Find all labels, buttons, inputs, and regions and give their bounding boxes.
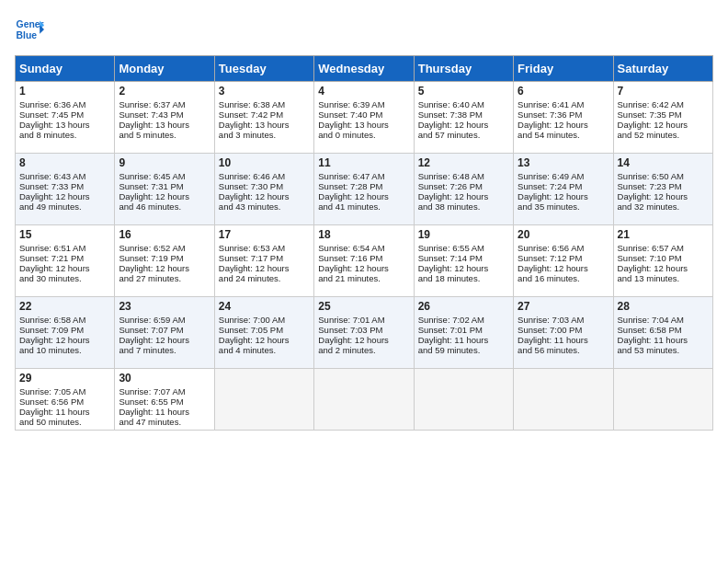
day-number: 3: [219, 85, 310, 98]
day-info-line: Sunrise: 6:46 AM: [219, 171, 310, 181]
day-info-line: Daylight: 11 hours: [518, 335, 609, 345]
calendar-cell: [314, 369, 414, 431]
day-number: 27: [518, 300, 609, 313]
day-info-line: Sunrise: 7:01 AM: [318, 315, 409, 325]
day-info-line: Sunrise: 6:50 AM: [618, 171, 709, 181]
calendar-cell: 15Sunrise: 6:51 AMSunset: 7:21 PMDayligh…: [16, 225, 115, 297]
day-info-line: and 27 minutes.: [119, 273, 210, 283]
day-number: 1: [19, 85, 110, 98]
day-info-line: Daylight: 12 hours: [318, 191, 409, 201]
day-info-line: Sunset: 7:40 PM: [318, 109, 409, 120]
day-info-line: and 8 minutes.: [19, 130, 110, 140]
day-info-line: and 21 minutes.: [318, 273, 409, 283]
day-info-line: Sunrise: 7:05 AM: [19, 386, 110, 396]
day-info-line: Sunset: 7:30 PM: [219, 181, 310, 191]
day-info-line: Daylight: 12 hours: [318, 263, 409, 273]
day-header-tuesday: Tuesday: [214, 56, 313, 82]
calendar-cell: 29Sunrise: 7:05 AMSunset: 6:56 PMDayligh…: [16, 369, 115, 431]
day-info-line: Sunset: 7:21 PM: [19, 253, 110, 263]
day-info-line: and 0 minutes.: [318, 130, 409, 140]
calendar-cell: 17Sunrise: 6:53 AMSunset: 7:17 PMDayligh…: [214, 225, 313, 297]
calendar-cell: 26Sunrise: 7:02 AMSunset: 7:01 PMDayligh…: [414, 297, 513, 369]
day-info-line: Sunset: 7:28 PM: [318, 181, 409, 191]
day-info-line: Daylight: 12 hours: [518, 263, 609, 273]
calendar-cell: 10Sunrise: 6:46 AMSunset: 7:30 PMDayligh…: [214, 154, 313, 225]
day-info-line: Daylight: 12 hours: [618, 191, 709, 201]
calendar-cell: [514, 369, 613, 431]
day-info-line: and 4 minutes.: [219, 345, 310, 355]
calendar-cell: 28Sunrise: 7:04 AMSunset: 6:58 PMDayligh…: [613, 297, 712, 369]
day-info-line: Daylight: 12 hours: [518, 120, 609, 130]
calendar-cell: 8Sunrise: 6:43 AMSunset: 7:33 PMDaylight…: [16, 154, 115, 225]
day-number: 26: [418, 300, 509, 313]
day-info-line: Daylight: 12 hours: [618, 263, 709, 273]
day-number: 18: [318, 228, 409, 241]
day-info-line: and 56 minutes.: [518, 345, 609, 355]
calendar-cell: 30Sunrise: 7:07 AMSunset: 6:55 PMDayligh…: [115, 369, 214, 431]
calendar-cell: 4Sunrise: 6:39 AMSunset: 7:40 PMDaylight…: [314, 82, 414, 154]
day-info-line: and 24 minutes.: [219, 273, 310, 283]
day-info-line: and 49 minutes.: [19, 201, 110, 212]
day-info-line: Sunrise: 6:42 AM: [618, 99, 709, 109]
day-number: 20: [518, 228, 609, 241]
header-row: SundayMondayTuesdayWednesdayThursdayFrid…: [16, 56, 713, 82]
day-info-line: Sunset: 7:09 PM: [19, 325, 110, 335]
day-info-line: Sunset: 7:36 PM: [518, 109, 609, 120]
day-info-line: Sunrise: 6:53 AM: [219, 243, 310, 253]
calendar-cell: 12Sunrise: 6:48 AMSunset: 7:26 PMDayligh…: [414, 154, 513, 225]
day-info-line: Sunset: 7:10 PM: [618, 253, 709, 263]
day-number: 29: [19, 372, 110, 385]
day-header-thursday: Thursday: [414, 56, 513, 82]
day-info-line: Sunrise: 6:51 AM: [19, 243, 110, 253]
day-info-line: Sunrise: 7:03 AM: [518, 315, 609, 325]
day-number: 4: [318, 85, 409, 98]
day-header-wednesday: Wednesday: [314, 56, 414, 82]
day-info-line: and 3 minutes.: [219, 130, 310, 140]
calendar-cell: 25Sunrise: 7:01 AMSunset: 7:03 PMDayligh…: [314, 297, 414, 369]
day-info-line: and 52 minutes.: [618, 130, 709, 140]
day-info-line: Daylight: 13 hours: [19, 120, 110, 130]
day-info-line: Sunrise: 7:04 AM: [618, 315, 709, 325]
header: General Blue: [15, 15, 713, 44]
day-info-line: and 5 minutes.: [119, 130, 210, 140]
day-number: 22: [19, 300, 110, 313]
day-info-line: Sunset: 7:01 PM: [418, 325, 509, 335]
calendar-cell: 24Sunrise: 7:00 AMSunset: 7:05 PMDayligh…: [214, 297, 313, 369]
calendar-cell: 7Sunrise: 6:42 AMSunset: 7:35 PMDaylight…: [613, 82, 712, 154]
day-info-line: and 30 minutes.: [19, 273, 110, 283]
day-info-line: Daylight: 12 hours: [19, 263, 110, 273]
day-info-line: Sunrise: 6:41 AM: [518, 99, 609, 109]
day-info-line: and 13 minutes.: [618, 273, 709, 283]
day-header-friday: Friday: [514, 56, 613, 82]
day-info-line: Daylight: 11 hours: [19, 407, 110, 417]
day-info-line: Sunset: 7:26 PM: [418, 181, 509, 191]
day-number: 21: [618, 228, 709, 241]
calendar-cell: 23Sunrise: 6:59 AMSunset: 7:07 PMDayligh…: [115, 297, 214, 369]
day-info-line: Sunset: 7:33 PM: [19, 181, 110, 191]
logo: General Blue: [15, 15, 44, 44]
day-info-line: Sunset: 7:17 PM: [219, 253, 310, 263]
day-number: 8: [19, 156, 110, 169]
calendar-table: SundayMondayTuesdayWednesdayThursdayFrid…: [15, 55, 713, 431]
day-info-line: and 35 minutes.: [518, 201, 609, 212]
day-number: 17: [219, 228, 310, 241]
day-info-line: Sunset: 7:05 PM: [219, 325, 310, 335]
day-info-line: Daylight: 11 hours: [418, 335, 509, 345]
calendar-cell: 18Sunrise: 6:54 AMSunset: 7:16 PMDayligh…: [314, 225, 414, 297]
calendar-cell: 5Sunrise: 6:40 AMSunset: 7:38 PMDaylight…: [414, 82, 513, 154]
day-info-line: Sunset: 7:07 PM: [119, 325, 210, 335]
day-info-line: Sunrise: 6:45 AM: [119, 171, 210, 181]
day-info-line: Daylight: 13 hours: [219, 120, 310, 130]
day-info-line: Sunset: 7:00 PM: [518, 325, 609, 335]
day-number: 24: [219, 300, 310, 313]
day-info-line: Sunset: 7:31 PM: [119, 181, 210, 191]
calendar-cell: [613, 369, 712, 431]
day-number: 19: [418, 228, 509, 241]
day-info-line: Sunset: 7:38 PM: [418, 109, 509, 120]
day-info-line: and 38 minutes.: [418, 201, 509, 212]
day-info-line: Sunrise: 7:00 AM: [219, 315, 310, 325]
calendar-cell: 14Sunrise: 6:50 AMSunset: 7:23 PMDayligh…: [613, 154, 712, 225]
day-info-line: Daylight: 12 hours: [418, 191, 509, 201]
svg-text:Blue: Blue: [17, 30, 38, 40]
day-number: 6: [518, 85, 609, 98]
